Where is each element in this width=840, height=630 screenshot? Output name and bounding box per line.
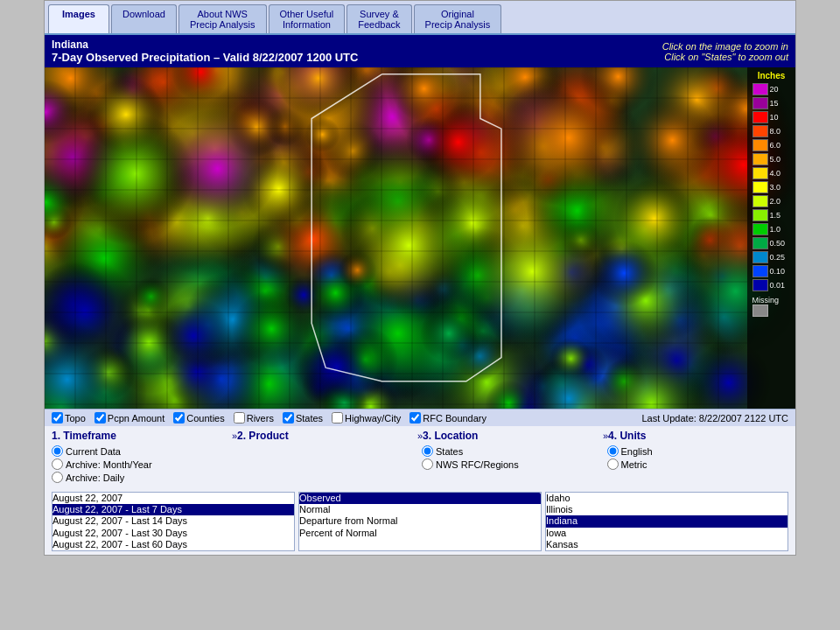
cb-highway[interactable]: Highway/City (332, 412, 401, 424)
radio-current[interactable]: Current Data (52, 445, 234, 457)
map-image[interactable] (45, 67, 795, 409)
radio-nws[interactable]: NWS RFC/Regions (422, 458, 604, 470)
section4-header: 4. Units (608, 430, 788, 442)
tab-download[interactable]: Download (111, 4, 177, 33)
tab-original[interactable]: Original Precip Analysis (414, 4, 502, 33)
cb-states[interactable]: States (283, 412, 323, 424)
map-header: Indiana 7-Day Observed Precipitation – V… (45, 35, 795, 67)
product-options (237, 445, 419, 485)
map-container[interactable]: Inches 2015108.06.05.04.03.02.01.51.00.5… (45, 67, 795, 409)
cb-rivers[interactable]: Rivers (234, 412, 274, 424)
last-update: Last Update: 8/22/2007 2122 UTC (641, 413, 788, 424)
tab-other[interactable]: Other Useful Information (269, 4, 346, 33)
cb-rfc[interactable]: RFC Boundary (410, 412, 486, 424)
locations-list[interactable]: Idaho Illinois Indiana Iowa Kansas (545, 492, 788, 551)
lists-area: August 22, 2007 August 22, 2007 - Last 7… (45, 488, 795, 555)
tab-survey[interactable]: Survey & Feedback (346, 4, 411, 33)
cb-pcpn[interactable]: Pcpn Amount (94, 412, 164, 424)
products-select[interactable]: Observed Normal Departure from Normal Pe… (299, 493, 541, 550)
products-list[interactable]: Observed Normal Departure from Normal Pe… (298, 492, 542, 551)
radio-archive-daily[interactable]: Archive: Daily (52, 472, 234, 483)
location-options: States NWS RFC/Regions (422, 445, 604, 485)
map-hint: Click on the image to zoom in Click on "… (662, 41, 788, 62)
nav-tabs: Images Download About NWS Precip Analysi… (45, 1, 795, 35)
cb-topo[interactable]: Topo (52, 412, 86, 424)
section3-header: 3. Location (423, 430, 603, 442)
scale-bars: 2015108.06.05.04.03.02.01.51.00.500.250.… (752, 82, 791, 317)
dates-select[interactable]: August 22, 2007 August 22, 2007 - Last 7… (52, 493, 294, 550)
units-options: English Metric (607, 445, 789, 485)
map-state: Indiana (52, 38, 358, 51)
dates-list[interactable]: August 22, 2007 August 22, 2007 - Last 7… (52, 492, 295, 551)
radio-english[interactable]: English (607, 445, 789, 457)
section1-header: 1. Timeframe (52, 430, 232, 442)
radio-states[interactable]: States (422, 445, 604, 457)
map-title: 7-Day Observed Precipitation – Valid 8/2… (52, 51, 358, 64)
tab-images[interactable]: Images (48, 4, 109, 33)
radio-metric[interactable]: Metric (607, 458, 789, 470)
color-scale: Inches 2015108.06.05.04.03.02.01.51.00.5… (747, 67, 795, 409)
locations-select[interactable]: Idaho Illinois Indiana Iowa Kansas (546, 493, 788, 550)
scale-title: Inches (758, 71, 786, 80)
cb-counties[interactable]: Counties (173, 412, 224, 424)
controls: 1. Timeframe » 2. Product » 3. Location … (45, 426, 795, 488)
radio-archive-month[interactable]: Archive: Month/Year (52, 458, 234, 470)
section2-header: 2. Product (237, 430, 417, 442)
tab-about[interactable]: About NWS Precip Analysis (178, 4, 267, 33)
checkbox-bar: Topo Pcpn Amount Counties Rivers States … (45, 409, 795, 426)
timeframe-options: Current Data Archive: Month/Year Archive… (52, 445, 234, 485)
